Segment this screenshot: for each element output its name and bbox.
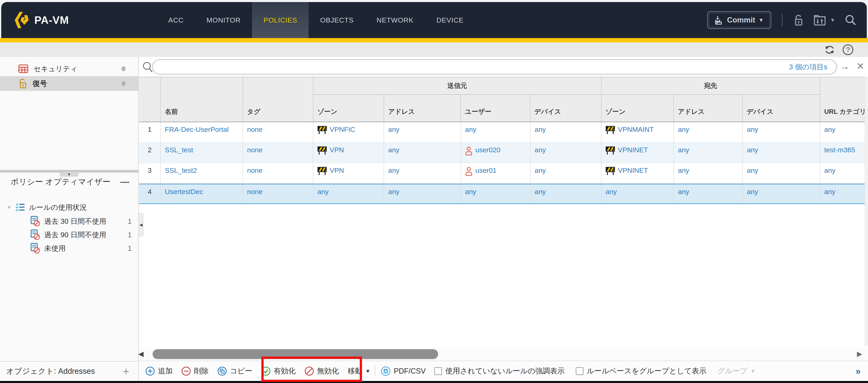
cell-source-zone[interactable]: VPN <box>313 163 384 183</box>
header-dest-zone[interactable]: ゾーン <box>601 95 674 122</box>
header-name[interactable]: 名前 <box>161 77 243 122</box>
refresh-icon[interactable] <box>824 44 835 56</box>
folder-arrows-icon <box>814 14 828 26</box>
cell-source-device[interactable]: any <box>530 143 601 163</box>
collapse-panel-icon[interactable]: — <box>120 179 129 184</box>
cell-dest-zone[interactable]: VPNINET <box>601 143 674 163</box>
cell-source-address[interactable]: any <box>384 122 461 142</box>
config-saveload-control[interactable]: ▼ <box>814 14 835 26</box>
group-rulebase-checkbox[interactable]: ルールベースをグループとして表示 <box>576 366 706 376</box>
help-icon[interactable]: ? <box>842 44 854 56</box>
search-input[interactable] <box>153 63 789 71</box>
cell-dest-zone[interactable]: VPNMAINT <box>601 122 674 142</box>
delete-button[interactable]: 削除 <box>181 366 209 376</box>
cell-source-zone[interactable]: any <box>313 184 384 203</box>
cell-dest-zone[interactable]: VPNINET <box>601 163 674 183</box>
cell-source-address[interactable]: any <box>384 163 461 183</box>
cell-dest-address[interactable]: any <box>674 143 743 163</box>
object-addresses-label[interactable]: オブジェクト: Addresses <box>6 366 95 377</box>
cell-url-category[interactable]: any <box>820 184 868 203</box>
unlock-icon[interactable] <box>793 14 804 26</box>
cell-source-user[interactable]: any <box>461 184 530 203</box>
add-button[interactable]: 追加 <box>145 366 173 376</box>
sidebar-item-decryption[interactable]: 復号 <box>0 76 138 91</box>
clone-icon <box>217 366 227 376</box>
highlight-unused-checkbox[interactable]: 使用されていないルールの強調表示 <box>434 366 565 376</box>
add-object-icon[interactable]: + <box>123 365 129 378</box>
global-search-icon[interactable] <box>845 14 857 26</box>
cell-dest-address[interactable]: any <box>674 122 743 142</box>
cell-dest-device[interactable]: any <box>743 184 820 203</box>
cell-source-device[interactable]: any <box>530 163 601 183</box>
cell-name[interactable]: SSL_test2 <box>161 163 243 183</box>
cell-tag[interactable]: none <box>243 143 313 163</box>
cell-dest-device[interactable]: any <box>743 163 820 183</box>
cell-source-address[interactable]: any <box>384 184 461 203</box>
header-source-user[interactable]: ユーザー <box>461 95 530 122</box>
sidebar-item-security[interactable]: セキュリティ <box>0 61 138 76</box>
tree-item-unused-90[interactable]: 過去 90 日間不使用 1 <box>0 228 138 241</box>
header-source-device[interactable]: デバイス <box>530 95 601 122</box>
cell-tag[interactable]: none <box>243 184 313 203</box>
cell-source-zone[interactable]: VPN <box>313 143 384 163</box>
checkbox-icon[interactable] <box>434 367 442 375</box>
clear-filter-icon[interactable]: ✕ <box>856 61 864 72</box>
rule-search-box: 3 個の項目s <box>152 59 837 75</box>
tab-device[interactable]: DEVICE <box>425 2 475 38</box>
tree-item-unused[interactable]: 未使用 1 <box>0 241 138 255</box>
header-source-address[interactable]: アドレス <box>384 95 461 122</box>
cell-source-user[interactable]: user020 <box>461 143 530 163</box>
scrollbar-thumb[interactable] <box>153 349 438 359</box>
header-tag[interactable]: タグ <box>243 77 313 122</box>
tree-item-rule-usage[interactable]: ˅ ルールの使用状況 <box>0 200 138 214</box>
sidebar-splitter[interactable]: ▼ <box>0 170 138 173</box>
cell-dest-address[interactable]: any <box>674 163 743 183</box>
header-source-zone[interactable]: ゾーン <box>313 95 384 122</box>
cell-url-category[interactable]: any <box>820 122 868 142</box>
cell-name[interactable]: SSL_test <box>161 143 243 163</box>
cell-source-device[interactable]: any <box>530 122 601 142</box>
tree-item-unused-30[interactable]: 過去 30 日間不使用 1 <box>0 214 138 228</box>
cell-source-zone[interactable]: VPNFIC <box>313 122 384 142</box>
header-dest-address[interactable]: アドレス <box>674 95 742 122</box>
cell-tag[interactable]: none <box>243 122 313 142</box>
more-actions-icon[interactable]: » <box>856 366 861 376</box>
cell-source-user[interactable]: user01 <box>461 163 530 183</box>
cell-name[interactable]: FRA-Dec-UserPortal <box>161 122 243 142</box>
cell-url-category[interactable]: any <box>820 163 868 183</box>
cell-dest-device[interactable]: any <box>743 122 820 142</box>
checkbox-icon[interactable] <box>576 367 584 375</box>
table-row[interactable]: 4UsertestDecnoneanyanyanyanyanyanyanyany <box>139 184 868 204</box>
cell-source-user[interactable]: any <box>461 122 530 142</box>
vertical-scrollbar[interactable] <box>865 77 868 346</box>
tab-network[interactable]: NETWORK <box>365 2 425 38</box>
copy-button[interactable]: コピー <box>217 366 252 376</box>
cell-dest-address[interactable]: any <box>674 184 743 203</box>
scroll-left-icon[interactable]: ◀ <box>138 350 144 358</box>
tab-policies[interactable]: POLICIES <box>252 2 309 38</box>
pdf-csv-button[interactable]: A PDF/CSV <box>381 366 426 376</box>
table-row[interactable]: 2SSL_testnone VPNany user020any VPNINETa… <box>139 143 868 163</box>
tab-objects[interactable]: OBJECTS <box>309 2 365 38</box>
header-dest-device[interactable]: デバイス <box>743 95 820 122</box>
move-button[interactable]: 移動 ▼ <box>348 366 371 376</box>
cell-dest-device[interactable]: any <box>743 143 820 163</box>
apply-filter-icon[interactable]: → <box>840 61 849 72</box>
chevron-down-icon[interactable]: ˅ <box>7 205 11 210</box>
tab-monitor[interactable]: MONITOR <box>195 2 252 38</box>
tab-acc[interactable]: ACC <box>157 2 195 38</box>
scroll-right-icon[interactable]: ▶ <box>857 350 862 358</box>
enable-button[interactable]: 有効化 <box>261 366 296 376</box>
cell-name[interactable]: UsertestDec <box>161 184 243 203</box>
sidebar-collapse-handle[interactable]: ◀ <box>139 213 144 237</box>
cell-source-address[interactable]: any <box>384 143 461 163</box>
cell-dest-zone[interactable]: any <box>601 184 674 203</box>
disable-button[interactable]: 無効化 <box>304 366 339 376</box>
cell-tag[interactable]: none <box>243 163 313 183</box>
commit-button[interactable]: Commit ▼ <box>707 11 771 29</box>
cell-source-device[interactable]: any <box>530 184 601 203</box>
cell-url-category[interactable]: test-m365 <box>820 143 868 163</box>
table-row[interactable]: 3SSL_test2none VPNany user01any VPNINETa… <box>139 163 868 184</box>
table-row[interactable]: 1FRA-Dec-UserPortalnone VPNFICanyanyany … <box>139 122 868 143</box>
header-url-category[interactable]: URL カテゴリ <box>820 77 868 122</box>
